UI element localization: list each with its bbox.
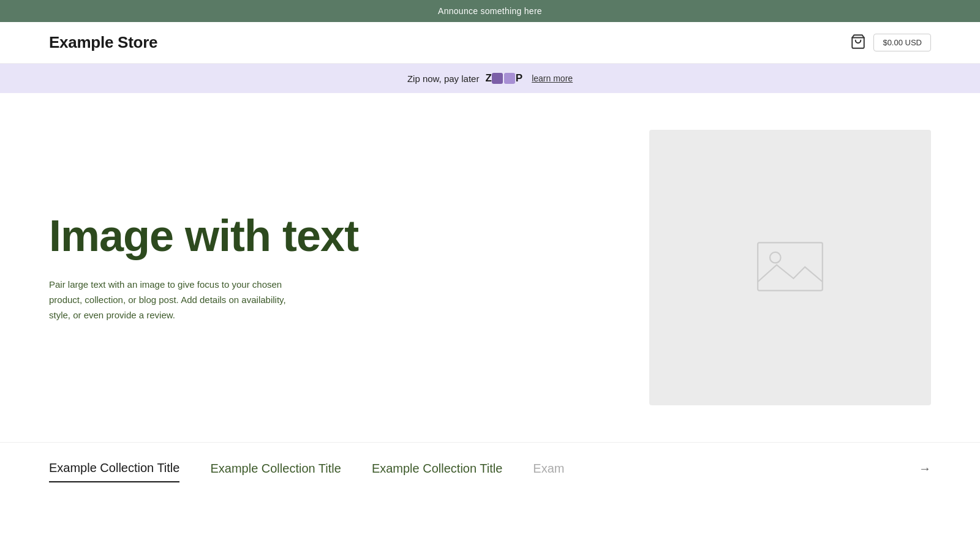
zip-p-letter: P — [516, 72, 522, 84]
hero-description: Pair large text with an image to give fo… — [49, 277, 306, 323]
zip-logo: ZP — [485, 72, 522, 84]
hero-section: Image with text Pair large text with an … — [0, 93, 980, 442]
collection-tab-3[interactable]: Exam — [533, 455, 564, 482]
header-actions: $0.00 USD — [850, 34, 931, 52]
svg-rect-1 — [758, 242, 823, 290]
hero-image-placeholder — [756, 241, 824, 295]
hero-text: Image with text Pair large text with an … — [49, 212, 612, 323]
store-logo[interactable]: Example Store — [49, 33, 157, 52]
hero-image-placeholder-wrapper — [649, 130, 931, 405]
collection-tab-1[interactable]: Example Collection Title — [210, 455, 341, 482]
zip-banner-text: Zip now, pay later — [407, 73, 480, 84]
cart-icon-wrapper[interactable] — [850, 34, 866, 52]
zip-square-1 — [492, 73, 503, 84]
cart-button[interactable]: $0.00 USD — [873, 34, 931, 51]
collections-arrow[interactable]: → — [919, 462, 931, 476]
zip-square-2 — [504, 73, 515, 84]
zip-z-letter: Z — [485, 72, 491, 84]
announcement-bar: Announce something here — [0, 0, 980, 22]
hero-title: Image with text — [49, 212, 612, 260]
header: Example Store $0.00 USD — [0, 22, 980, 64]
cart-icon — [850, 41, 866, 51]
collection-tab-0[interactable]: Example Collection Title — [49, 455, 179, 482]
announcement-text: Announce something here — [438, 6, 542, 16]
collection-tab-2[interactable]: Example Collection Title — [372, 455, 502, 482]
zip-learn-more-link[interactable]: learn more — [532, 73, 573, 83]
collections-nav: Example Collection Title Example Collect… — [49, 455, 931, 482]
collections-section: Example Collection Title Example Collect… — [0, 442, 980, 507]
svg-point-2 — [770, 252, 781, 263]
zip-banner: Zip now, pay later ZP learn more — [0, 64, 980, 93]
